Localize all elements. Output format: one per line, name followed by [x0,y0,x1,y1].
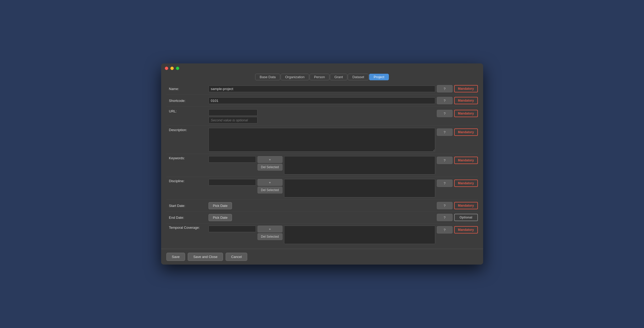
name-help-button[interactable]: ? [437,85,453,92]
url-field-content [209,109,435,123]
tab-grant[interactable]: Grant [330,74,348,80]
end-date-help-button[interactable]: ? [437,214,453,221]
url-actions: ? Mandatory [437,110,478,117]
end-date-row: End Date: Pick Date ? Optional [166,212,478,223]
form-content: Name: ? Mandatory Shortcode: ? Mandatory… [161,83,483,249]
end-date-badge: Optional [454,214,478,221]
description-help-button[interactable]: ? [437,128,453,136]
cancel-button[interactable]: Cancel [226,253,247,261]
tab-project[interactable]: Project [369,74,389,80]
keywords-badge: Mandatory [454,157,478,164]
tab-bar: Base Data Organization Person Grant Data… [161,72,483,83]
discipline-del-button[interactable]: Del Selected [257,187,283,193]
save-button[interactable]: Save [166,253,185,261]
discipline-label: Discipline: [166,179,209,183]
start-date-help-button[interactable]: ? [437,202,453,209]
url-help-button[interactable]: ? [437,110,453,117]
discipline-field-content: + Del Selected [209,179,435,197]
start-date-field-content: Pick Date [209,202,435,209]
keywords-help-button[interactable]: ? [437,157,453,164]
maximize-button[interactable] [176,67,179,70]
main-window: Base Data Organization Person Grant Data… [161,63,483,265]
end-date-field-content: Pick Date [209,214,435,221]
shortcode-input[interactable] [209,97,435,104]
keywords-section: + Del Selected [209,156,435,175]
discipline-help-button[interactable]: ? [437,180,453,187]
name-field-content [209,86,435,92]
title-bar [161,63,483,72]
shortcode-help-button[interactable]: ? [437,97,453,104]
url-label: URL: [166,109,209,113]
temporal-section: + Del Selected [209,226,435,244]
keywords-actions: ? Mandatory [437,157,478,164]
temporal-coverage-row: Temporal Coverage: + Del Selected ? Mand… [166,223,478,246]
name-label: Name: [166,87,209,91]
temporal-coverage-input[interactable] [209,226,256,232]
temporal-coverage-label: Temporal Coverage: [166,226,209,230]
temporal-coverage-badge: Mandatory [454,226,478,233]
temporal-coverage-add-button[interactable]: + [257,226,283,232]
temporal-coverage-list[interactable] [284,226,435,244]
description-badge: Mandatory [454,128,478,136]
tab-organization[interactable]: Organization [281,74,309,80]
end-date-pick-button[interactable]: Pick Date [209,214,232,221]
shortcode-label: Shortcode: [166,99,209,103]
discipline-buttons: + Del Selected [257,179,283,193]
shortcode-row: Shortcode: ? Mandatory [166,95,478,107]
discipline-actions: ? Mandatory [437,180,478,187]
discipline-section: + Del Selected [209,179,435,197]
url-input[interactable] [209,109,257,116]
keywords-add-button[interactable]: + [257,156,283,163]
url-badge: Mandatory [454,110,478,117]
keywords-row: Keywords: + Del Selected ? Mandatory [166,154,478,177]
keywords-del-button[interactable]: Del Selected [257,164,283,171]
temporal-coverage-help-button[interactable]: ? [437,226,453,233]
start-date-row: Start Date: Pick Date ? Mandatory [166,200,478,212]
name-input[interactable] [209,86,435,92]
shortcode-field-content [209,97,435,104]
tab-person[interactable]: Person [310,74,329,80]
discipline-badge: Mandatory [454,180,478,187]
temporal-coverage-del-button[interactable]: Del Selected [257,233,283,240]
end-date-label: End Date: [166,216,209,220]
name-badge: Mandatory [454,85,478,92]
start-date-actions: ? Mandatory [437,202,478,209]
url-row: URL: ? Mandatory [166,107,478,126]
close-button[interactable] [165,67,168,70]
discipline-input[interactable] [209,179,256,186]
discipline-list[interactable] [284,179,435,197]
shortcode-actions: ? Mandatory [437,97,478,104]
temporal-coverage-buttons: + Del Selected [257,226,283,240]
description-label: Description: [166,128,209,132]
tab-dataset[interactable]: Dataset [348,74,369,80]
start-date-label: Start Date: [166,204,209,208]
start-date-badge: Mandatory [454,202,478,209]
footer: Save Save and Close Cancel [161,249,483,265]
save-close-button[interactable]: Save and Close [188,253,223,261]
keywords-label: Keywords: [166,156,209,160]
keywords-list[interactable] [284,156,435,175]
temporal-coverage-actions: ? Mandatory [437,226,478,233]
keywords-input[interactable] [209,156,256,163]
start-date-pick-button[interactable]: Pick Date [209,202,232,209]
shortcode-badge: Mandatory [454,97,478,104]
description-actions: ? Mandatory [437,128,478,136]
description-field-content [209,128,435,152]
tab-base-data[interactable]: Base Data [255,74,280,80]
temporal-coverage-field-content: + Del Selected [209,226,435,244]
discipline-add-button[interactable]: + [257,179,283,186]
discipline-row: Discipline: + Del Selected ? Mandatory [166,177,478,200]
keywords-buttons: + Del Selected [257,156,283,171]
keywords-field-content: + Del Selected [209,156,435,175]
end-date-actions: ? Optional [437,214,478,221]
url-second-input[interactable] [209,117,257,123]
name-row: Name: ? Mandatory [166,83,478,95]
description-textarea[interactable] [209,128,435,152]
description-row: Description: ? Mandatory [166,126,478,154]
minimize-button[interactable] [170,67,174,70]
name-actions: ? Mandatory [437,85,478,92]
